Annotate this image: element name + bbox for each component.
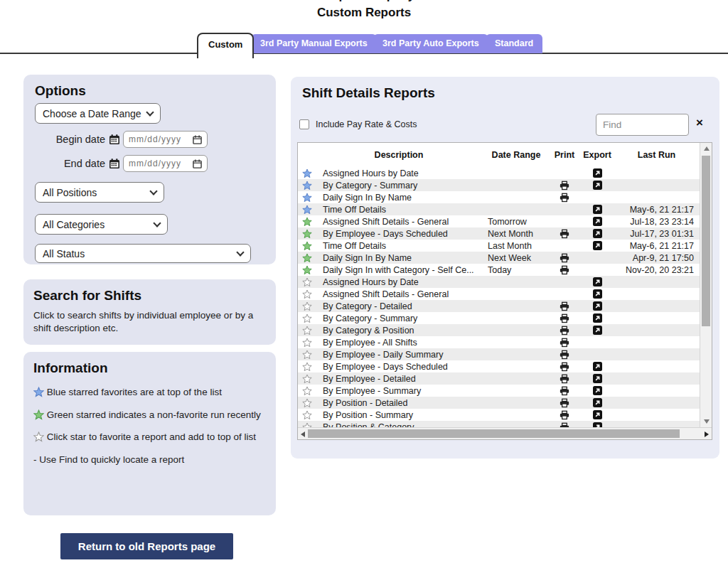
print-icon[interactable]: [560, 193, 569, 203]
positions-select[interactable]: All Positions: [35, 182, 164, 203]
star-icon[interactable]: [302, 181, 312, 191]
table-row[interactable]: By Employee - Daily Summary: [298, 348, 700, 360]
tab-custom[interactable]: Custom: [197, 33, 254, 58]
export-icon[interactable]: [593, 386, 602, 395]
export-icon[interactable]: [593, 422, 602, 427]
export-icon[interactable]: [593, 313, 602, 323]
date-picker-icon[interactable]: [193, 159, 202, 168]
export-icon[interactable]: [593, 374, 602, 383]
star-icon[interactable]: [302, 229, 312, 239]
end-date-input[interactable]: [129, 159, 187, 168]
table-row[interactable]: Assigned Hours by Date: [298, 276, 700, 288]
scroll-up-icon[interactable]: [704, 146, 710, 151]
vertical-scroll-thumb[interactable]: [702, 156, 710, 326]
status-select[interactable]: All Status: [35, 244, 251, 263]
star-icon[interactable]: [302, 205, 312, 215]
star-icon[interactable]: [302, 350, 312, 360]
star-icon[interactable]: [302, 362, 312, 372]
print-icon[interactable]: [560, 410, 569, 420]
star-icon[interactable]: [302, 277, 312, 287]
print-icon[interactable]: [560, 313, 569, 323]
begin-date-input[interactable]: [129, 134, 187, 144]
table-row[interactable]: By Category - Summary: [298, 179, 700, 191]
scroll-right-icon[interactable]: [705, 431, 709, 437]
star-icon[interactable]: [302, 422, 312, 428]
star-icon[interactable]: [302, 313, 312, 323]
star-icon[interactable]: [302, 193, 312, 203]
print-icon[interactable]: [560, 229, 569, 239]
table-row[interactable]: By Employee - All Shifts: [298, 336, 700, 348]
export-icon[interactable]: [593, 326, 602, 335]
print-icon[interactable]: [560, 350, 569, 360]
star-icon[interactable]: [302, 168, 312, 178]
print-icon[interactable]: [560, 253, 569, 263]
table-row[interactable]: By Employee - Detailed: [298, 372, 700, 385]
table-row[interactable]: Daily Sign In By Name Next Week Apr-9, 2…: [298, 252, 700, 264]
star-icon[interactable]: [302, 386, 312, 396]
clear-find-icon[interactable]: ×: [696, 117, 703, 129]
export-icon[interactable]: [593, 398, 602, 407]
export-icon[interactable]: [593, 168, 602, 178]
print-icon[interactable]: [560, 181, 569, 191]
scroll-down-icon[interactable]: [704, 419, 710, 424]
tab-3rd-party-manual-exports[interactable]: 3rd Party Manual Exports: [251, 34, 377, 53]
return-to-old-reports-button[interactable]: Return to old Reports page: [60, 533, 233, 559]
export-icon[interactable]: [593, 241, 602, 250]
table-row[interactable]: By Category - Summary: [298, 312, 700, 324]
table-row[interactable]: By Position & Category: [298, 421, 700, 427]
star-icon[interactable]: [302, 217, 312, 227]
print-icon[interactable]: [560, 374, 569, 384]
table-row[interactable]: By Category & Position: [298, 324, 700, 336]
print-icon[interactable]: [560, 362, 569, 372]
table-row[interactable]: By Position - Summary: [298, 409, 700, 421]
star-icon[interactable]: [302, 265, 312, 275]
export-icon[interactable]: [593, 277, 602, 286]
print-icon[interactable]: [560, 398, 569, 408]
star-icon[interactable]: [302, 253, 312, 263]
star-icon[interactable]: [302, 326, 312, 336]
star-icon[interactable]: [302, 410, 312, 420]
table-row[interactable]: By Position - Detailed: [298, 397, 700, 409]
print-icon[interactable]: [560, 301, 569, 311]
export-icon[interactable]: [593, 229, 602, 238]
print-icon[interactable]: [560, 422, 569, 428]
table-row[interactable]: Time Off Details Last Month May-6, 21 21…: [298, 240, 700, 252]
print-icon[interactable]: [560, 326, 569, 336]
export-icon[interactable]: [593, 205, 602, 214]
tab-standard[interactable]: Standard: [486, 34, 542, 53]
horizontal-scrollbar[interactable]: [298, 427, 712, 439]
vertical-scrollbar[interactable]: [700, 143, 712, 427]
table-row[interactable]: Daily Sign In By Name: [298, 191, 700, 203]
table-row[interactable]: Time Off Details May-6, 21 21:17: [298, 203, 700, 215]
print-icon[interactable]: [560, 338, 569, 348]
search-for-shifts-panel[interactable]: Search for Shifts Click to search shifts…: [23, 279, 276, 345]
find-input[interactable]: [596, 114, 689, 136]
star-icon[interactable]: [302, 338, 312, 348]
date-picker-icon[interactable]: [193, 135, 202, 144]
table-row[interactable]: Assigned Hours by Date: [298, 167, 700, 179]
star-icon[interactable]: [302, 289, 312, 299]
export-icon[interactable]: [593, 301, 602, 311]
export-icon[interactable]: [593, 181, 602, 190]
print-icon[interactable]: [560, 386, 569, 396]
table-row[interactable]: By Employee - Summary: [298, 385, 700, 397]
star-icon[interactable]: [302, 398, 312, 408]
table-row[interactable]: Assigned Shift Details - General Tomorro…: [298, 215, 700, 227]
table-row[interactable]: By Employee - Days Scheduled: [298, 360, 700, 372]
export-icon[interactable]: [593, 289, 602, 299]
star-icon[interactable]: [302, 301, 312, 311]
table-row[interactable]: By Employee - Days Scheduled Next Month …: [298, 227, 700, 240]
star-icon[interactable]: [302, 374, 312, 384]
table-row[interactable]: Daily Sign In with Category - Self Ce...…: [298, 264, 700, 276]
horizontal-scroll-thumb[interactable]: [308, 429, 680, 438]
scroll-left-icon[interactable]: [301, 431, 305, 437]
export-icon[interactable]: [593, 410, 602, 419]
date-range-select[interactable]: Choose a Date Range: [35, 103, 161, 124]
table-row[interactable]: Assigned Shift Details - General: [298, 288, 700, 300]
star-icon[interactable]: [302, 241, 312, 251]
categories-select[interactable]: All Categories: [35, 214, 168, 235]
tab-3rd-party-auto-exports[interactable]: 3rd Party Auto Exports: [373, 34, 488, 53]
export-icon[interactable]: [593, 217, 602, 226]
include-pay-checkbox[interactable]: [299, 119, 309, 129]
table-row[interactable]: By Category - Detailed: [298, 300, 700, 312]
